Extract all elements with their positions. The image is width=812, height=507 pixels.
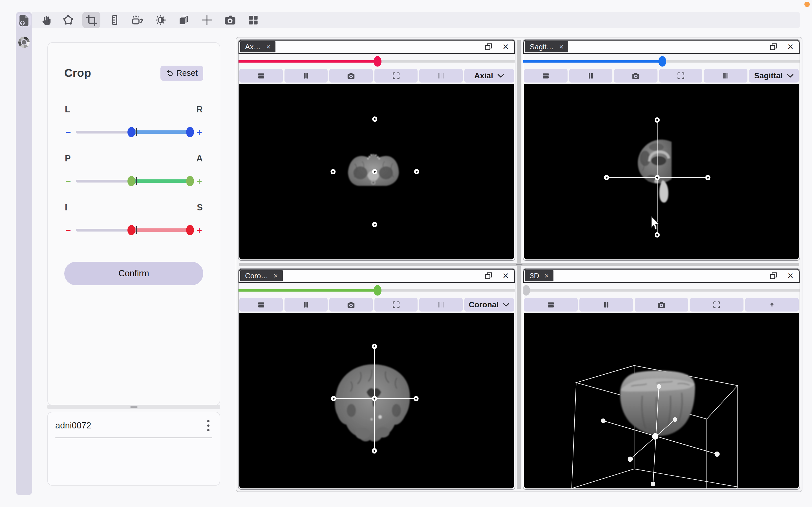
close-panel-icon[interactable]: × (788, 42, 794, 52)
tab-close-icon[interactable]: × (266, 43, 270, 50)
viewport-sagittal: Sagit… × × (523, 39, 800, 261)
tab-close-icon[interactable]: × (273, 272, 278, 279)
fullscreen-button[interactable] (659, 69, 703, 82)
tool-layout-button[interactable] (244, 12, 262, 28)
colorbar-button[interactable] (704, 69, 748, 82)
load-data-button[interactable] (17, 13, 31, 27)
decrement-label[interactable]: − (64, 127, 72, 138)
threed-dock-tab[interactable]: 3D × (525, 270, 553, 281)
close-panel-icon[interactable]: × (788, 271, 794, 281)
snapshot-button[interactable] (329, 69, 373, 82)
dataset-card: adni0072 (47, 412, 220, 486)
decrement-label[interactable]: − (64, 225, 72, 236)
axial-dock-tab[interactable]: Ax… × (240, 41, 275, 52)
pause-button[interactable] (285, 298, 328, 312)
float-window-icon[interactable] (485, 43, 493, 51)
pause-button[interactable] (285, 69, 328, 82)
threed-title-bar: 3D × × (523, 269, 800, 283)
ruler-icon (109, 14, 120, 25)
fullscreen-button[interactable] (690, 298, 744, 312)
rotate-ccw-icon (166, 69, 173, 77)
tab-close-icon[interactable]: × (545, 272, 549, 279)
sagittal-view-canvas[interactable] (524, 84, 799, 260)
increment-label[interactable]: + (195, 176, 203, 187)
increment-label[interactable]: + (195, 225, 203, 236)
tool-crosshair-button[interactable] (198, 12, 216, 28)
slice-track (523, 289, 800, 292)
sagittal-slice-slider[interactable] (523, 54, 800, 69)
dataset-name: adni0072 (55, 420, 91, 431)
close-panel-icon[interactable]: × (503, 42, 509, 52)
chevron-down-icon (503, 303, 509, 307)
float-window-icon[interactable] (485, 272, 493, 280)
coronal-view-canvas[interactable] (239, 313, 514, 489)
crop-range-slider-is[interactable] (76, 224, 192, 236)
float-window-icon[interactable] (769, 43, 777, 51)
slider-handle-low[interactable] (128, 176, 135, 186)
coronal-toolbar: Coronal (239, 298, 515, 312)
layers-icon (178, 14, 190, 25)
tool-crop-button[interactable] (82, 12, 100, 28)
slider-handle-high[interactable] (186, 127, 194, 137)
tool-ruler-button[interactable] (105, 12, 123, 28)
axial-view-canvas[interactable] (239, 84, 514, 260)
tool-contrast-button[interactable] (152, 12, 170, 28)
sagittal-orientation-select[interactable]: Sagittal (749, 69, 799, 82)
dataset-menu-button[interactable] (204, 419, 212, 432)
axial-orientation-select[interactable]: Axial (464, 69, 514, 82)
fullscreen-button[interactable] (374, 69, 418, 82)
view-rows-button[interactable] (239, 298, 283, 312)
slider-handle-low[interactable] (128, 225, 135, 235)
crop-icon (86, 14, 97, 25)
pause-button[interactable] (579, 298, 633, 312)
sagittal-dock-tab[interactable]: Sagit… × (525, 41, 568, 52)
slice-fill (239, 289, 377, 292)
tool-screenshot-button[interactable] (221, 12, 239, 28)
threed-view-canvas[interactable] (524, 313, 799, 489)
sidebar-splitter[interactable] (47, 405, 220, 409)
coronal-dock-tab[interactable]: Coro… × (240, 270, 283, 281)
slice-handle[interactable] (658, 56, 666, 67)
volume-render-button[interactable] (745, 298, 799, 312)
crop-range-slider-pa[interactable] (76, 175, 192, 187)
axial-slice-slider[interactable] (239, 54, 515, 69)
snapshot-button[interactable] (635, 298, 688, 312)
tool-polygon-button[interactable] (59, 12, 77, 28)
splitter-grip (130, 406, 138, 407)
slider-fill (132, 228, 190, 232)
increment-label[interactable]: + (195, 127, 203, 138)
confirm-button[interactable]: Confirm (64, 262, 203, 285)
viewport-splitter-horizontal[interactable] (239, 263, 799, 266)
close-panel-icon[interactable]: × (503, 271, 509, 281)
view-rows-button[interactable] (524, 298, 578, 312)
threed-slider[interactable] (523, 283, 800, 298)
view-rows-button[interactable] (524, 69, 567, 82)
slider-handle-high[interactable] (186, 176, 194, 186)
colormap-button[interactable] (17, 36, 31, 49)
coronal-slice-slider[interactable] (239, 283, 515, 298)
tab-close-icon[interactable]: × (559, 43, 563, 50)
reset-button[interactable]: Reset (160, 66, 203, 81)
snapshot-button[interactable] (614, 69, 658, 82)
slice-handle[interactable] (523, 285, 530, 296)
polygon-icon (63, 14, 74, 25)
pause-button[interactable] (569, 69, 613, 82)
slider-handle-high[interactable] (186, 225, 194, 235)
snapshot-button[interactable] (329, 298, 373, 312)
colorbar-button[interactable] (419, 298, 463, 312)
colorbar-button[interactable] (419, 69, 463, 82)
slice-handle[interactable] (373, 56, 382, 67)
slider-handle-low[interactable] (128, 127, 135, 137)
coronal-orientation-select[interactable]: Coronal (464, 298, 514, 312)
slice-handle[interactable] (373, 285, 382, 296)
crop-range-slider-lr[interactable] (76, 126, 192, 138)
view-rows-button[interactable] (239, 69, 283, 82)
tool-reorient-button[interactable] (129, 12, 147, 28)
color-wheel-icon (18, 37, 30, 48)
float-window-icon[interactable] (769, 272, 777, 280)
tool-layers-button[interactable] (175, 12, 193, 28)
tool-pan-button[interactable] (36, 12, 54, 28)
axial-title-bar: Ax… × × (239, 40, 515, 54)
decrement-label[interactable]: − (64, 176, 72, 187)
fullscreen-button[interactable] (374, 298, 418, 312)
